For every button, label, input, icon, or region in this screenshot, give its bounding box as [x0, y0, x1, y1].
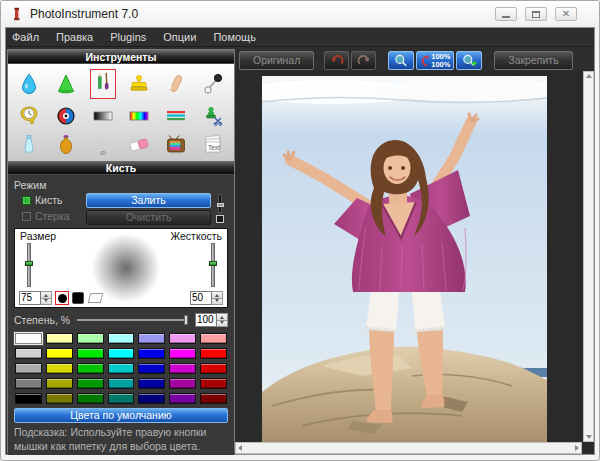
hardness-spinner[interactable]: 50	[190, 291, 223, 305]
redo-button[interactable]	[351, 51, 376, 70]
hardness-down-button[interactable]	[212, 298, 223, 306]
palette-color[interactable]	[108, 348, 135, 359]
palette-color[interactable]	[108, 333, 135, 344]
tool-tv-noise[interactable]	[158, 130, 195, 159]
transparent-swatch[interactable]	[88, 293, 103, 303]
zoom-out-button[interactable]	[388, 51, 414, 70]
palette-color[interactable]	[138, 363, 165, 374]
clear-button[interactable]: Очистить	[86, 210, 211, 225]
palette-color[interactable]	[15, 348, 42, 359]
tool-stamp-scissors[interactable]	[194, 101, 231, 130]
tool-eraser[interactable]	[121, 130, 158, 159]
tool-pencil-brush[interactable]	[84, 66, 121, 101]
tool-bw-gradient[interactable]	[84, 101, 121, 130]
palette-color[interactable]	[46, 348, 73, 359]
mini-slider-thumb[interactable]	[217, 203, 224, 207]
opacity-spinner[interactable]: 100	[195, 313, 228, 327]
default-colors-button[interactable]: Цвета по умолчанию	[14, 408, 228, 423]
palette-color[interactable]	[200, 363, 227, 374]
menu-item-4[interactable]: Помощь	[213, 31, 256, 43]
palette-color[interactable]	[138, 378, 165, 389]
palette-color[interactable]	[15, 393, 42, 404]
tool-cone[interactable]	[48, 66, 85, 101]
palette-color[interactable]	[200, 378, 227, 389]
hardness-value[interactable]: 50	[190, 291, 212, 305]
scroll-left-icon[interactable]	[238, 445, 242, 451]
size-down-button[interactable]	[41, 298, 52, 306]
palette-color[interactable]	[46, 333, 73, 344]
horizontal-scrollbar[interactable]	[235, 442, 582, 454]
hardness-slider-thumb[interactable]	[209, 261, 217, 266]
tool-bottle[interactable]	[48, 130, 85, 159]
menu-item-0[interactable]: Файл	[12, 31, 39, 43]
palette-color[interactable]	[108, 393, 135, 404]
mini-slider[interactable]	[218, 194, 222, 213]
scroll-right-icon[interactable]	[575, 445, 579, 451]
palette-color[interactable]	[77, 363, 104, 374]
palette-color[interactable]	[77, 348, 104, 359]
tool-melted-clock[interactable]	[11, 101, 48, 130]
opacity-slider[interactable]	[77, 319, 188, 321]
brush-checkbox[interactable]: Кисть	[22, 194, 86, 206]
undo-button[interactable]	[324, 51, 349, 70]
background-color-swatch[interactable]	[72, 292, 84, 304]
opacity-down-button[interactable]	[217, 320, 228, 328]
palette-color[interactable]	[77, 393, 104, 404]
palette-color[interactable]	[77, 378, 104, 389]
palette-color[interactable]	[200, 333, 227, 344]
tool-spiral-bulb[interactable]	[84, 130, 121, 159]
menu-item-3[interactable]: Опции	[163, 31, 196, 43]
palette-color[interactable]	[169, 348, 196, 359]
palette-color[interactable]	[138, 348, 165, 359]
tool-finger[interactable]	[158, 66, 195, 101]
tool-rainbow-gradient[interactable]	[121, 101, 158, 130]
palette-color[interactable]	[108, 363, 135, 374]
size-slider-thumb[interactable]	[25, 261, 33, 266]
tool-stamp[interactable]	[121, 66, 158, 101]
menu-item-2[interactable]: Plugins	[110, 31, 146, 43]
palette-color[interactable]	[200, 393, 227, 404]
tools-panel-header[interactable]: Инструменты	[8, 50, 234, 64]
pin-button[interactable]: Закрепить	[494, 51, 572, 70]
zoom-in-button[interactable]	[456, 51, 482, 70]
palette-color[interactable]	[15, 333, 42, 344]
foreground-color-swatch[interactable]	[55, 291, 69, 305]
palette-color[interactable]	[46, 378, 73, 389]
palette-color[interactable]	[169, 378, 196, 389]
palette-color[interactable]	[108, 378, 135, 389]
brush-panel-header[interactable]: Кисть	[8, 161, 234, 175]
tool-pin[interactable]	[194, 66, 231, 101]
mini-square-button[interactable]	[216, 215, 224, 223]
scroll-down-icon[interactable]	[586, 435, 592, 439]
vertical-scrollbar[interactable]	[583, 71, 594, 442]
palette-color[interactable]	[15, 378, 42, 389]
hardness-slider[interactable]	[211, 243, 215, 287]
original-button[interactable]: Оригинал	[239, 51, 314, 70]
size-value[interactable]: 75	[19, 291, 41, 305]
palette-color[interactable]	[15, 363, 42, 374]
palette-color[interactable]	[46, 363, 73, 374]
palette-color[interactable]	[169, 393, 196, 404]
photo-canvas[interactable]	[235, 71, 583, 442]
palette-color[interactable]	[169, 333, 196, 344]
tool-water-drop[interactable]	[11, 66, 48, 101]
maximize-button[interactable]	[525, 7, 547, 21]
close-button[interactable]: ✕	[555, 7, 577, 21]
menu-item-1[interactable]: Правка	[56, 31, 93, 43]
eraser-checkbox[interactable]: Стерка	[22, 210, 86, 222]
size-spinner[interactable]: 75	[19, 291, 52, 305]
palette-color[interactable]	[200, 348, 227, 359]
tool-text-stack[interactable]: Text	[194, 130, 231, 159]
scroll-up-icon[interactable]	[586, 74, 592, 78]
tool-red-eye[interactable]	[48, 101, 85, 130]
zoom-level-button[interactable]: 100% 100%	[416, 51, 454, 70]
palette-color[interactable]	[169, 363, 196, 374]
palette-color[interactable]	[46, 393, 73, 404]
opacity-value[interactable]: 100	[195, 313, 217, 327]
minimize-button[interactable]	[495, 7, 517, 21]
palette-color[interactable]	[138, 393, 165, 404]
tool-tube[interactable]	[11, 130, 48, 159]
palette-color[interactable]	[77, 333, 104, 344]
palette-color[interactable]	[138, 333, 165, 344]
opacity-slider-thumb[interactable]	[184, 315, 188, 325]
